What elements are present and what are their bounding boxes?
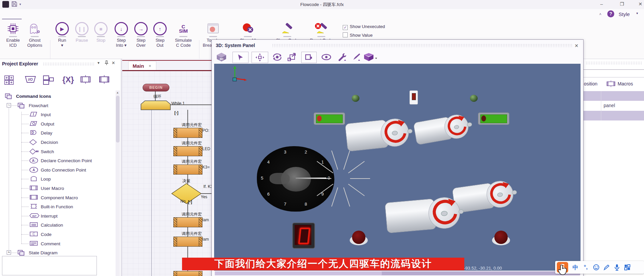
- tree-item-delay[interactable]: Delay: [41, 130, 52, 135]
- style-dropdown-icon[interactable]: ▾: [636, 11, 638, 15]
- motor-component[interactable]: [345, 114, 416, 154]
- ribbon-button-ghost-options[interactable]: GhostOptions: [24, 22, 45, 48]
- 3d-panel-close-icon[interactable]: ✕: [575, 43, 579, 48]
- interrupt-icon: INT: [29, 213, 39, 218]
- checkbox-show-unexecuted[interactable]: ✓Show Unexecuted: [343, 23, 385, 30]
- tree-item-calculation[interactable]: Calculation: [41, 223, 63, 228]
- windows-icon[interactable]: [43, 75, 57, 88]
- orbit-icon[interactable]: [271, 52, 284, 62]
- 3d-viewport[interactable]: 0123456789 -93.52, -30.21, 0.00: [214, 64, 581, 271]
- tree-item-goto-connection-point[interactable]: Goto Connection Point: [41, 168, 86, 173]
- paint-icon[interactable]: [350, 52, 362, 62]
- ime-punctuation-icon[interactable]: °,: [581, 264, 591, 271]
- project-explorer-scrollbar[interactable]: ▲ ▼: [116, 90, 120, 276]
- pin-icon[interactable]: [104, 60, 109, 65]
- expression-icon[interactable]: {X}: [61, 75, 75, 88]
- 3d-logo-icon[interactable]: 3D: [216, 52, 227, 62]
- capture-region-icon[interactable]: [301, 52, 317, 63]
- style-menu[interactable]: Style: [619, 11, 630, 17]
- scrollbar-thumb[interactable]: [116, 96, 120, 143]
- user-macro-icon[interactable]: [79, 75, 94, 88]
- list-row[interactable]: [583, 111, 644, 120]
- panel-drag-texture[interactable]: [43, 62, 95, 66]
- ribbon-button-pause[interactable]: ❙❙Pause: [73, 22, 91, 43]
- scrollbar-thumb[interactable]: [215, 271, 382, 275]
- tree-item-code[interactable]: Code: [41, 232, 51, 237]
- scroll-up-icon[interactable]: ▲: [116, 91, 119, 94]
- seven-segment-digit: [298, 228, 310, 244]
- panel-drag-texture[interactable]: [586, 61, 642, 65]
- select-arrow-icon[interactable]: [232, 52, 249, 63]
- cube-icon[interactable]: [363, 52, 379, 62]
- tree-item-command-icons[interactable]: Command Icons: [16, 94, 51, 99]
- stack-icon: [5, 93, 12, 99]
- declare-icon: A:: [29, 158, 38, 164]
- scale-icon[interactable]: [285, 52, 299, 62]
- ribbon-button-run[interactable]: ▶Run▾: [53, 22, 71, 48]
- tab-close-icon[interactable]: ×: [149, 63, 151, 68]
- tab-main[interactable]: Main ×: [128, 61, 156, 71]
- ime-emoji-icon[interactable]: [591, 264, 601, 271]
- ribbon-button-step-into[interactable]: ↓StepInto ▾: [112, 22, 131, 48]
- ribbon-button-simulate-c-code[interactable]: CSIMSimulateC Code: [170, 22, 196, 48]
- eye-icon[interactable]: [319, 52, 333, 62]
- motor-component[interactable]: [413, 109, 476, 148]
- motor-face: [427, 196, 461, 230]
- tree-item-interrupt[interactable]: Interrupt: [41, 214, 57, 219]
- ime-handwriting-icon[interactable]: [601, 264, 612, 271]
- minimize-button[interactable]: –: [597, 1, 607, 7]
- rotary-dial[interactable]: 0123456789: [257, 146, 334, 212]
- help-icon[interactable]: ?: [607, 10, 614, 17]
- panel-drag-texture[interactable]: [272, 44, 573, 47]
- 3d-horizontal-scrollbar[interactable]: [215, 271, 580, 275]
- input-icon: [29, 111, 38, 117]
- dial-number: 8: [305, 202, 307, 207]
- tree-item-user-macro[interactable]: User Macro: [41, 186, 64, 191]
- grid-add-icon[interactable]: [4, 75, 19, 88]
- motor-component[interactable]: [384, 193, 467, 235]
- tree-item-component-macro[interactable]: Component Macro: [41, 195, 78, 200]
- tree-item-loop[interactable]: Loop: [41, 177, 51, 182]
- led-sphere[interactable]: [470, 95, 478, 102]
- ime-toolbar: S 中 °,: [555, 261, 644, 274]
- led-sphere[interactable]: [352, 95, 359, 102]
- pan-icon[interactable]: [252, 52, 268, 63]
- tree-item-comment[interactable]: Comment: [41, 241, 60, 246]
- goto-icon: A: [29, 167, 38, 173]
- io-icon[interactable]: I/O: [24, 75, 39, 88]
- tree-item-built-in-function[interactable]: Built-in Function: [41, 204, 73, 209]
- svg-text:A:: A:: [32, 159, 36, 163]
- component-macro-icon[interactable]: [98, 75, 112, 88]
- svg-text:A: A: [32, 168, 35, 172]
- list-row[interactable]: [583, 91, 644, 101]
- checkbox-show-value[interactable]: Show Value: [343, 32, 372, 38]
- delay-icon: D: [29, 130, 37, 135]
- battery-component[interactable]: [478, 112, 509, 125]
- seven-segment-display[interactable]: [292, 223, 315, 249]
- ribbon-collapse-icon[interactable]: ˄: [599, 12, 601, 16]
- ime-chinese-mode-icon[interactable]: 中: [570, 264, 581, 271]
- ime-microphone-icon[interactable]: [612, 264, 622, 271]
- panel-close-icon[interactable]: ✕: [112, 60, 115, 65]
- tree-item-switch[interactable]: Switch: [41, 149, 54, 154]
- battery-component[interactable]: [314, 112, 345, 125]
- ribbon-button-enable-icd[interactable]: EnableICD: [3, 22, 23, 48]
- right-dock-panel: osition Macros panel: [583, 59, 644, 276]
- panel-row-label: panel: [604, 103, 615, 108]
- ribbon-button-step-out[interactable]: ↑StepOut: [151, 22, 169, 48]
- toggle-switch[interactable]: [410, 90, 418, 104]
- ime-toolbox-icon[interactable]: [622, 264, 632, 270]
- wrench-icon[interactable]: [336, 52, 348, 62]
- tree-item-declare-connection-point[interactable]: Declare Connection Point: [41, 158, 92, 163]
- restore-button[interactable]: ❐: [617, 1, 627, 7]
- tree-item-input[interactable]: Input: [41, 112, 51, 117]
- panel-dropdown-icon[interactable]: ▼: [97, 61, 100, 65]
- tree-item-output[interactable]: Output: [41, 121, 54, 126]
- dial-number: 7: [284, 202, 286, 207]
- tree-item-state-diagram[interactable]: State Diagram: [29, 250, 57, 255]
- ribbon-button-stop[interactable]: ■Stop: [92, 22, 110, 43]
- tree-item-flowchart[interactable]: Flowchart: [29, 103, 48, 108]
- close-button[interactable]: ✕: [635, 1, 644, 7]
- ribbon-button-step-over[interactable]: →StepOver: [132, 22, 150, 48]
- tree-item-decision[interactable]: Decision: [41, 140, 58, 145]
